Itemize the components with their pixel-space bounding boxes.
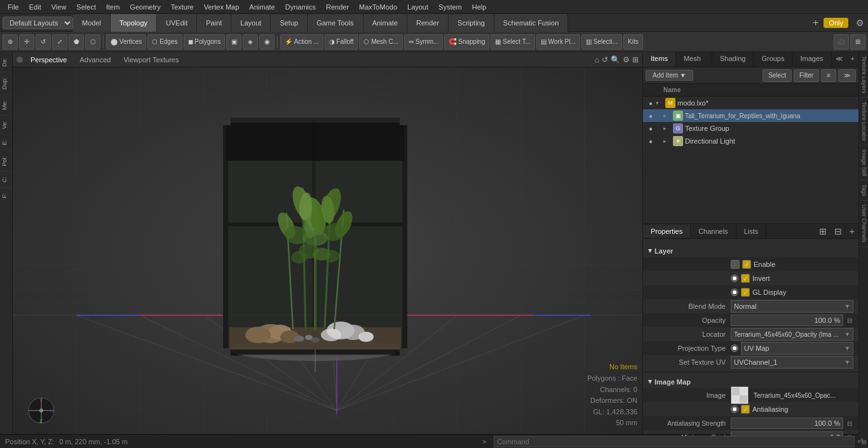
item-visibility-icon[interactable]: ●: [646, 111, 656, 121]
edge-tab-image-still[interactable]: Image Still: [859, 146, 868, 180]
layout-tab-paint[interactable]: Paint: [197, 14, 231, 32]
viewport-advanced-label[interactable]: Advanced: [74, 55, 116, 65]
menu-dynamics[interactable]: Dynamics: [280, 2, 321, 12]
tab-channels[interactable]: Channels: [691, 225, 736, 238]
tb-select-mode[interactable]: ⊕: [3, 34, 18, 50]
tb-misc2[interactable]: ⬡: [85, 34, 100, 50]
layout-tab-layout[interactable]: Layout: [231, 14, 271, 32]
tab-shading[interactable]: Shading: [712, 52, 754, 67]
layout-tab-animate[interactable]: Animate: [363, 14, 407, 32]
menu-select[interactable]: Select: [71, 2, 101, 12]
viewport-perspective-label[interactable]: Perspective: [25, 55, 72, 65]
menu-item[interactable]: Item: [101, 2, 125, 12]
opacity-slide-btn[interactable]: ⊟: [846, 317, 853, 324]
list-item[interactable]: ● ▸ ☀ Directional Light: [643, 135, 858, 147]
item-visibility-icon[interactable]: ●: [646, 98, 656, 108]
menu-vertex-map[interactable]: Vertex Map: [199, 2, 245, 12]
sidebar-tab-de[interactable]: De:: [0, 52, 12, 72]
item-expand-icon[interactable]: ▸: [663, 125, 671, 132]
layout-tab-topology[interactable]: Topology: [111, 14, 157, 32]
layout-tab-scripting[interactable]: Scripting: [449, 14, 494, 32]
layout-tab-uvedit[interactable]: UVEdit: [157, 14, 197, 32]
settings-icon[interactable]: ⚙: [852, 18, 868, 28]
list-item[interactable]: ● ▸ ▣ Tall_Terrarium_for_Reptiles_with_I…: [643, 109, 858, 122]
command-submit-btn[interactable]: ⏎: [857, 437, 863, 445]
locator-select[interactable]: Terrarium_45x45x60_Opacity (Ima ... ▼: [731, 328, 853, 341]
sidebar-tab-pol[interactable]: Pol:: [0, 151, 12, 172]
tab-properties[interactable]: Properties: [643, 225, 691, 238]
item-visibility-icon[interactable]: ●: [646, 136, 656, 146]
invert-checkbox[interactable]: ✓: [741, 274, 750, 283]
enable-checkbox[interactable]: ✓: [742, 260, 751, 269]
tb-edges[interactable]: ⬡ Edges: [147, 34, 182, 50]
items-select-btn[interactable]: Select: [763, 69, 792, 82]
tb-mode3[interactable]: ◉: [259, 34, 275, 50]
tb-polygons[interactable]: ◼ Polygons: [184, 34, 226, 50]
aa-strength-btn[interactable]: ⊟: [846, 420, 853, 427]
viewport-ctrl-settings[interactable]: ⚙: [623, 55, 630, 64]
list-item[interactable]: ● ▾ M modo.lxo*: [643, 97, 858, 109]
aa-checkbox[interactable]: ✓: [741, 405, 750, 414]
command-input[interactable]: [494, 436, 855, 447]
tb-transform[interactable]: ✛: [19, 34, 34, 50]
items-sort-btn[interactable]: ≡: [821, 69, 836, 82]
tab-lists[interactable]: Lists: [736, 225, 767, 238]
menu-view[interactable]: View: [46, 2, 72, 12]
layout-tab-setup[interactable]: Setup: [271, 14, 308, 32]
menu-maxtomodo[interactable]: MaxToModo: [354, 2, 402, 12]
projection-select[interactable]: UV Map ▼: [741, 342, 853, 355]
tb-rotate[interactable]: ↺: [36, 34, 51, 50]
tab-items[interactable]: Items: [643, 52, 676, 67]
menu-system[interactable]: System: [433, 2, 467, 12]
menu-texture[interactable]: Texture: [166, 2, 199, 12]
tb-camera[interactable]: 🎥: [834, 34, 849, 50]
3d-viewport[interactable]: No Items Polygons : Face Channels: 0 Def…: [13, 67, 642, 434]
invert-radio[interactable]: [731, 275, 738, 282]
edge-tab-user-channels[interactable]: User Channels: [859, 201, 868, 247]
aa-radio[interactable]: [731, 405, 738, 413]
tb-vertices[interactable]: ⬤ Vertices: [106, 34, 146, 50]
viewport-ctrl-search[interactable]: 🔍: [611, 55, 620, 64]
tb-action[interactable]: ⚡ Action ...: [280, 34, 323, 50]
layout-tab-render[interactable]: Render: [407, 14, 449, 32]
layout-tab-schematic[interactable]: Schematic Fusion: [494, 14, 568, 32]
list-item[interactable]: ● ▸ G Texture Group: [643, 122, 858, 135]
tb-kits[interactable]: Kits: [623, 34, 643, 50]
tb-expand[interactable]: ⊞: [850, 34, 865, 50]
props-expand-btn[interactable]: ⊞: [815, 225, 831, 238]
sidebar-tab-me[interactable]: Me:: [0, 95, 12, 115]
tb-falloff[interactable]: ◑ Falloff: [325, 34, 358, 50]
tab-mesh[interactable]: Mesh ...: [676, 52, 712, 67]
add-layout-button[interactable]: +: [808, 17, 824, 29]
opacity-number[interactable]: 100.0 %: [731, 315, 843, 326]
layout-dropdown[interactable]: Default Layouts: [3, 17, 73, 29]
sidebar-tab-f[interactable]: F:: [0, 187, 12, 203]
tb-work-pl[interactable]: ▤ Work Pl...: [536, 34, 580, 50]
viewport-dot[interactable]: [17, 57, 23, 63]
tb-scale[interactable]: ⤢: [52, 34, 67, 50]
tb-select-t[interactable]: ▦ Select T...: [491, 34, 535, 50]
tb-symm[interactable]: ⇔ Symm...: [404, 34, 443, 50]
edge-tab-texture-layers[interactable]: Texture Layers: [859, 52, 868, 98]
sidebar-tab-ve[interactable]: Ve:: [0, 115, 12, 134]
tab-images[interactable]: Images: [792, 52, 831, 67]
sidebar-tab-c[interactable]: C:: [0, 171, 12, 187]
gl-display-checkbox[interactable]: ✓: [741, 288, 750, 297]
props-collapse-btn[interactable]: ⊟: [831, 225, 846, 238]
tab-groups[interactable]: Groups: [754, 52, 792, 67]
layout-tab-model[interactable]: Model: [73, 14, 111, 32]
items-expand-btn[interactable]: +: [847, 52, 858, 67]
tb-mode2[interactable]: ◈: [243, 34, 258, 50]
layout-tab-gametools[interactable]: Game Tools: [308, 14, 363, 32]
item-expand-icon[interactable]: ▾: [656, 100, 663, 106]
menu-help[interactable]: Help: [467, 2, 492, 12]
statusbar-arrow[interactable]: >: [482, 438, 486, 445]
items-collapse-btn[interactable]: ≪: [832, 52, 847, 67]
menu-geometry[interactable]: Geometry: [125, 2, 165, 12]
items-filter-btn[interactable]: Filter: [794, 69, 819, 82]
tb-selecti[interactable]: ▥ Selecti...: [581, 34, 622, 50]
add-item-button[interactable]: Add Item ▼: [646, 70, 693, 81]
viewport-ctrl-rotate[interactable]: ↺: [602, 55, 608, 64]
sidebar-tab-dup[interactable]: Dup:: [0, 72, 12, 95]
blend-mode-select[interactable]: Normal ▼: [731, 300, 853, 313]
